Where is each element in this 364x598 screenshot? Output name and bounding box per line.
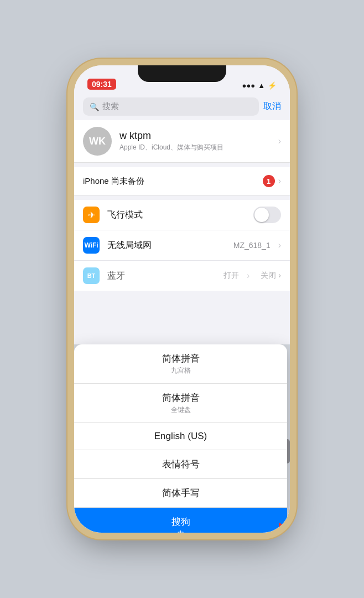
popup-item-sogou-sub: 中 bbox=[85, 529, 276, 533]
settings-content: WK w ktpm Apple ID、iCloud、媒体与购买项目 › iPho… bbox=[74, 120, 290, 291]
account-info: w ktpm Apple ID、iCloud、媒体与购买项目 bbox=[119, 130, 271, 152]
backup-right: 1 › bbox=[263, 175, 281, 187]
airplane-label: 飞行模式 bbox=[107, 209, 246, 221]
bluetooth-on-label: 打开 bbox=[223, 271, 239, 281]
search-bar-row: 🔍 搜索 取消 bbox=[74, 93, 290, 120]
popup-item-english-label: English (US) bbox=[85, 431, 276, 442]
bluetooth-off-label: 关闭 › bbox=[261, 271, 281, 281]
popup-item-emoji[interactable]: 表情符号 bbox=[74, 450, 287, 479]
phone-frame: 09:31 ●●● ▲ ⚡ 🔍 搜索 取消 WK w ktpm Apple ID… bbox=[74, 65, 290, 533]
popup-item-sogou-label: 搜狗 bbox=[85, 515, 276, 528]
search-input-box[interactable]: 🔍 搜索 bbox=[83, 97, 259, 116]
backup-row[interactable]: iPhone 尚未备份 1 › bbox=[74, 167, 290, 195]
settings-row-airplane[interactable]: ✈ 飞行模式 bbox=[74, 200, 290, 230]
popup-item-sogou[interactable]: 搜狗 中 ▶ bbox=[74, 508, 287, 533]
popup-item-main-2: 简体拼音 bbox=[85, 391, 276, 404]
bt-chevron: › bbox=[247, 271, 249, 281]
popup-item-handwrite-label: 简体手写 bbox=[85, 487, 276, 499]
backup-badge: 1 bbox=[263, 175, 275, 187]
toggle-knob bbox=[254, 208, 269, 222]
bluetooth-icon: BT bbox=[83, 267, 100, 284]
battery-icon: ⚡ bbox=[268, 81, 277, 90]
wifi-label: 无线局域网 bbox=[107, 240, 226, 251]
status-time: 09:31 bbox=[87, 79, 116, 90]
cursor-arrow-icon: ▶ bbox=[279, 518, 287, 533]
wifi-settings-icon: WiFi bbox=[83, 237, 100, 254]
popup-item-jianpin-full[interactable]: 简体拼音 全键盘 bbox=[74, 384, 287, 423]
popup-item-handwrite[interactable]: 简体手写 bbox=[74, 479, 287, 508]
notch bbox=[138, 65, 226, 82]
settings-row-wifi[interactable]: WiFi 无线局域网 MZ_618_1 › bbox=[74, 230, 290, 261]
bluetooth-label: 蓝牙 bbox=[107, 270, 216, 282]
backup-chevron: › bbox=[278, 176, 281, 186]
popup-item-emoji-label: 表情符号 bbox=[85, 458, 276, 471]
airplane-icon: ✈ bbox=[83, 207, 100, 223]
settings-section: ✈ 飞行模式 WiFi 无线局域网 MZ_618_1 › BT 蓝牙 打开 › … bbox=[74, 200, 290, 291]
popup-item-jianpin-9[interactable]: 简体拼音 九宫格 bbox=[74, 344, 287, 384]
wifi-chevron: › bbox=[278, 240, 281, 250]
keyboard-area: 简体拼音 九宫格 简体拼音 全键盘 English (US) 表情符号 简体手写… bbox=[74, 344, 290, 533]
popup-item-english[interactable]: English (US) bbox=[74, 423, 287, 450]
settings-row-bluetooth[interactable]: BT 蓝牙 打开 › 关闭 › bbox=[74, 261, 290, 291]
keyboard-switcher-popup: 简体拼音 九宫格 简体拼音 全键盘 English (US) 表情符号 简体手写… bbox=[74, 344, 287, 533]
search-placeholder: 搜索 bbox=[102, 101, 119, 112]
account-row[interactable]: WK w ktpm Apple ID、iCloud、媒体与购买项目 › bbox=[74, 120, 290, 163]
signal-icon: ●●● bbox=[242, 81, 256, 90]
avatar: WK bbox=[83, 127, 112, 156]
cancel-button[interactable]: 取消 bbox=[263, 101, 281, 112]
account-subtitle: Apple ID、iCloud、媒体与购买项目 bbox=[119, 143, 271, 152]
search-icon: 🔍 bbox=[90, 102, 99, 111]
popup-item-sub-2: 全键盘 bbox=[85, 405, 276, 415]
popup-item-sub: 九宫格 bbox=[85, 366, 276, 375]
account-name: w ktpm bbox=[119, 130, 271, 142]
chevron-icon: › bbox=[278, 136, 281, 146]
popup-item-main: 简体拼音 bbox=[85, 352, 276, 365]
backup-label: iPhone 尚未备份 bbox=[83, 176, 144, 187]
airplane-toggle[interactable] bbox=[253, 207, 281, 223]
wifi-icon: ▲ bbox=[258, 81, 265, 90]
wifi-value: MZ_618_1 bbox=[233, 241, 271, 250]
status-icons: ●●● ▲ ⚡ bbox=[242, 81, 277, 90]
